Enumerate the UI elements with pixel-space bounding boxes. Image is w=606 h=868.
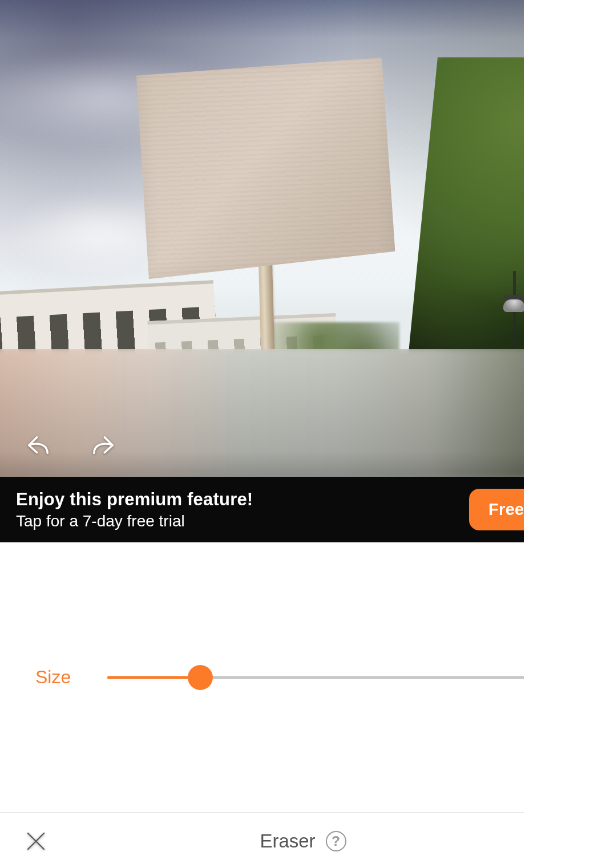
premium-banner[interactable]: Enjoy this premium feature! Tap for a 7-… (0, 477, 606, 542)
close-icon (23, 829, 49, 854)
size-panel: Size (0, 542, 606, 812)
size-slider[interactable] (107, 663, 572, 692)
right-whitespace (524, 0, 606, 868)
slider-thumb[interactable] (188, 665, 213, 690)
help-button[interactable]: ? (326, 831, 346, 851)
premium-banner-title: Enjoy this premium feature! (16, 489, 469, 510)
slider-fill (107, 676, 200, 679)
size-label: Size (35, 667, 71, 688)
bottom-bar: Eraser ? (0, 812, 606, 868)
redo-button[interactable] (86, 429, 121, 464)
premium-banner-subtitle: Tap for a 7-day free trial (16, 512, 469, 530)
redo-icon (87, 430, 120, 463)
canvas-area[interactable] (0, 0, 606, 477)
tool-name-label: Eraser (260, 830, 315, 852)
premium-banner-text: Enjoy this premium feature! Tap for a 7-… (16, 489, 469, 530)
undo-icon (22, 430, 55, 463)
canvas-toolbar (0, 422, 606, 471)
photo-sign (136, 58, 396, 279)
undo-button[interactable] (21, 429, 56, 464)
cancel-button[interactable] (18, 824, 54, 859)
